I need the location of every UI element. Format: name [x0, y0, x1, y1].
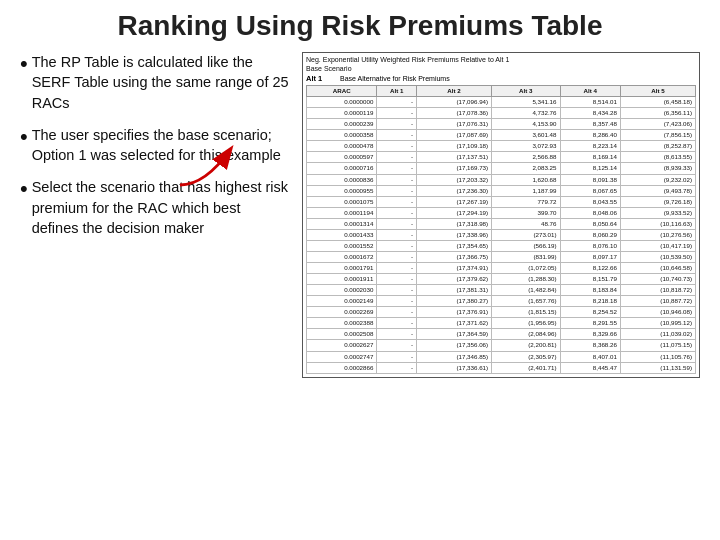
cell-13-0: 0.0001552 — [307, 240, 377, 251]
cell-12-5: (10,276.56) — [620, 229, 695, 240]
cell-20-1: - — [377, 318, 417, 329]
cell-5-5: (8,613.55) — [620, 152, 695, 163]
table-row: 0.0000716-(17,169.73)2,083.258,125.14(8,… — [307, 163, 696, 174]
cell-21-3: (2,084.96) — [492, 329, 560, 340]
cell-10-3: 399.70 — [492, 207, 560, 218]
cell-13-5: (10,417.19) — [620, 240, 695, 251]
cell-11-0: 0.0001314 — [307, 218, 377, 229]
cell-8-5: (9,493.78) — [620, 185, 695, 196]
cell-9-3: 779.72 — [492, 196, 560, 207]
cell-8-1: - — [377, 185, 417, 196]
cell-4-5: (8,252.87) — [620, 141, 695, 152]
cell-7-2: (17,203.32) — [417, 174, 492, 185]
table-row: 0.0001194-(17,294.19)399.708,048.06(9,93… — [307, 207, 696, 218]
cell-17-4: 8,183.84 — [560, 285, 620, 296]
cell-19-0: 0.0002269 — [307, 307, 377, 318]
risk-premiums-table: ARAC Alt 1 Alt 2 Alt 3 Alt 4 Alt 5 0.000… — [306, 85, 696, 374]
cell-12-0: 0.0001433 — [307, 229, 377, 240]
cell-5-4: 8,169.14 — [560, 152, 620, 163]
cell-10-0: 0.0001194 — [307, 207, 377, 218]
cell-14-2: (17,366.75) — [417, 251, 492, 262]
cell-1-5: (6,356.11) — [620, 108, 695, 119]
cell-21-0: 0.0002508 — [307, 329, 377, 340]
table-row: 0.0000000-(17,096.94)5,341.168,514.01(6,… — [307, 97, 696, 108]
cell-2-5: (7,423.06) — [620, 119, 695, 130]
table-row: 0.0002866-(17,336.61)(2,401.71)8,445.47(… — [307, 362, 696, 373]
cell-11-5: (10,116.63) — [620, 218, 695, 229]
cell-2-3: 4,153.90 — [492, 119, 560, 130]
cell-5-2: (17,137.51) — [417, 152, 492, 163]
cell-17-2: (17,381.31) — [417, 285, 492, 296]
cell-5-1: - — [377, 152, 417, 163]
cell-6-0: 0.0000716 — [307, 163, 377, 174]
cell-11-4: 8,050.64 — [560, 218, 620, 229]
cell-12-1: - — [377, 229, 417, 240]
cell-22-1: - — [377, 340, 417, 351]
table-row: 0.0002508-(17,364.59)(2,084.96)8,329.66(… — [307, 329, 696, 340]
col-header-alt5: Alt 5 — [620, 86, 695, 97]
cell-6-2: (17,169.73) — [417, 163, 492, 174]
cell-7-0: 0.0000836 — [307, 174, 377, 185]
cell-16-3: (1,288.30) — [492, 274, 560, 285]
col-header-alt2: Alt 2 — [417, 86, 492, 97]
cell-15-4: 8,122.66 — [560, 263, 620, 274]
cell-22-3: (2,200.81) — [492, 340, 560, 351]
page: Ranking Using Risk Premiums Table • The … — [0, 0, 720, 540]
col-header-arac: ARAC — [307, 86, 377, 97]
table-row: 0.0000597-(17,137.51)2,566.888,169.14(8,… — [307, 152, 696, 163]
cell-14-1: - — [377, 251, 417, 262]
cell-5-0: 0.0000597 — [307, 152, 377, 163]
cell-1-2: (17,078.36) — [417, 108, 492, 119]
cell-15-1: - — [377, 263, 417, 274]
cell-0-0: 0.0000000 — [307, 97, 377, 108]
cell-22-2: (17,356.06) — [417, 340, 492, 351]
cell-15-5: (10,646.58) — [620, 263, 695, 274]
table-row: 0.0001791-(17,374.91)(1,072.05)8,122.66(… — [307, 263, 696, 274]
cell-0-5: (6,458.18) — [620, 97, 695, 108]
table-row: 0.0001911-(17,379.62)(1,288.30)8,151.79(… — [307, 274, 696, 285]
table-main-header: Neg. Exponential Utility Weighted Risk P… — [306, 56, 696, 63]
base-alt-label: Base Alternative for Risk Premiums — [340, 75, 450, 82]
bullet-dot-1: • — [20, 52, 28, 76]
cell-10-4: 8,048.06 — [560, 207, 620, 218]
cell-24-0: 0.0002866 — [307, 362, 377, 373]
cell-21-5: (11,039.02) — [620, 329, 695, 340]
table-row: 0.0000478-(17,109.18)3,072.938,223.14(8,… — [307, 141, 696, 152]
table-row: 0.0002030-(17,381.31)(1,482.84)8,183.84(… — [307, 285, 696, 296]
table-row: 0.0000955-(17,236.30)1,187.998,067.65(9,… — [307, 185, 696, 196]
cell-6-4: 8,125.14 — [560, 163, 620, 174]
cell-6-1: - — [377, 163, 417, 174]
cell-23-2: (17,346.85) — [417, 351, 492, 362]
table-row: 0.0002388-(17,371.62)(1,956.95)8,291.55(… — [307, 318, 696, 329]
cell-20-0: 0.0002388 — [307, 318, 377, 329]
cell-2-0: 0.0000239 — [307, 119, 377, 130]
cell-4-1: - — [377, 141, 417, 152]
cell-8-3: 1,187.99 — [492, 185, 560, 196]
cell-3-2: (17,087.69) — [417, 130, 492, 141]
cell-17-5: (10,818.72) — [620, 285, 695, 296]
cell-3-5: (7,856.15) — [620, 130, 695, 141]
cell-16-4: 8,151.79 — [560, 274, 620, 285]
table-body: 0.0000000-(17,096.94)5,341.168,514.01(6,… — [307, 97, 696, 374]
cell-6-5: (8,939.33) — [620, 163, 695, 174]
cell-8-2: (17,236.30) — [417, 185, 492, 196]
table-sub-header: Base Scenario — [306, 65, 696, 72]
cell-3-0: 0.0000358 — [307, 130, 377, 141]
cell-13-4: 8,076.10 — [560, 240, 620, 251]
content-area: • The RP Table is calculated like the SE… — [20, 52, 700, 530]
table-row: 0.0001552-(17,354.65)(566.19)8,076.10(10… — [307, 240, 696, 251]
bullet-dot-2: • — [20, 125, 28, 149]
table-row: 0.0001433-(17,338.96)(273.01)8,060.29(10… — [307, 229, 696, 240]
right-panel: Neg. Exponential Utility Weighted Risk P… — [302, 52, 700, 530]
alt-1-label: Alt 1 — [306, 74, 336, 83]
table-row: 0.0000358-(17,087.69)3,601.488,286.40(7,… — [307, 130, 696, 141]
bullet-1: • The RP Table is calculated like the SE… — [20, 52, 290, 113]
cell-16-2: (17,379.62) — [417, 274, 492, 285]
cell-4-3: 3,072.93 — [492, 141, 560, 152]
cell-22-0: 0.0002627 — [307, 340, 377, 351]
cell-20-4: 8,291.55 — [560, 318, 620, 329]
cell-7-3: 1,620.68 — [492, 174, 560, 185]
cell-7-4: 8,091.38 — [560, 174, 620, 185]
cell-16-1: - — [377, 274, 417, 285]
cell-11-1: - — [377, 218, 417, 229]
